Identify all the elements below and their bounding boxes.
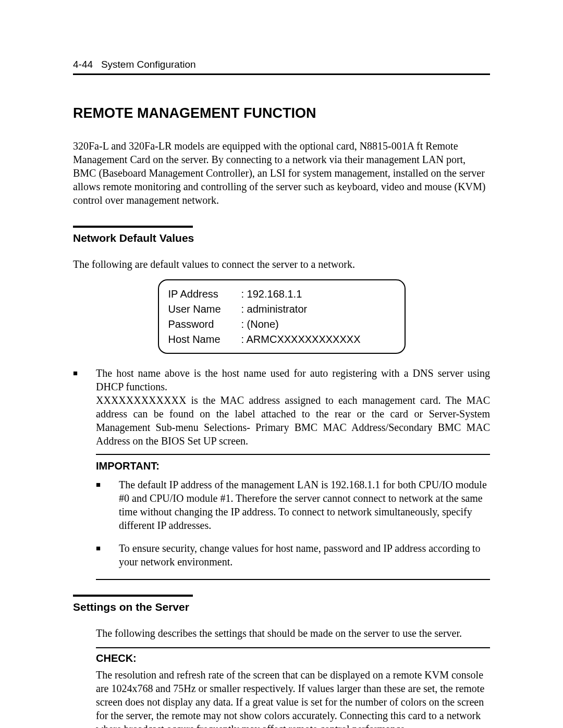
defaults-value: : (None) [241,317,279,331]
defaults-row: Password : (None) [168,317,395,331]
defaults-label: User Name [168,302,241,316]
list-item: ■ The default IP address of the manageme… [96,478,490,532]
settings-lead: The following describes the settings tha… [96,626,490,640]
square-bullet-icon: ■ [96,478,119,491]
defaults-value: : administrator [241,302,308,316]
important-list: ■ The default IP address of the manageme… [96,478,490,569]
note-text: The host name above is the host name use… [96,366,490,448]
list-item: ■ To ensure security, change values for … [96,541,490,569]
defaults-label: IP Address [168,287,241,301]
check-title: CHECK: [96,651,490,665]
defaults-box: IP Address : 192.168.1.1 User Name : adm… [158,279,406,354]
check-body: The resolution and refresh rate of the s… [96,668,490,728]
page-title: REMOTE MANAGEMENT FUNCTION [73,104,490,122]
intro-paragraph: 320Fa-L and 320Fa-LR models are equipped… [73,139,490,207]
network-defaults-lead: The following are default values to conn… [73,257,490,271]
section-rule [73,226,193,228]
check-block: CHECK: The resolution and refresh rate o… [96,647,490,728]
defaults-row: IP Address : 192.168.1.1 [168,287,395,301]
defaults-value: : ARMCXXXXXXXXXXXX [241,332,361,346]
section-rule [73,595,193,597]
note-list: ■ The host name above is the host name u… [73,366,490,448]
important-title: IMPORTANT: [96,459,490,473]
defaults-value: : 192.168.1.1 [241,287,302,301]
defaults-row: Host Name : ARMCXXXXXXXXXXXX [168,332,395,346]
subheading-settings: Settings on the Server [73,600,490,614]
defaults-label: Host Name [168,332,241,346]
important-item-text: To ensure security, change values for ho… [119,541,490,569]
page-header: 4-44 System Configuration [73,58,490,71]
subheading-network-defaults: Network Default Values [73,231,490,245]
header-rule [73,73,490,75]
square-bullet-icon: ■ [96,541,119,555]
list-item: ■ The host name above is the host name u… [73,366,490,448]
defaults-label: Password [168,317,241,331]
chapter-title: System Configuration [101,59,196,70]
important-item-text: The default IP address of the management… [119,478,490,532]
page-number: 4-44 [73,59,93,70]
important-block: IMPORTANT: ■ The default IP address of t… [96,454,490,580]
defaults-row: User Name : administrator [168,302,395,316]
square-bullet-icon: ■ [73,366,96,380]
